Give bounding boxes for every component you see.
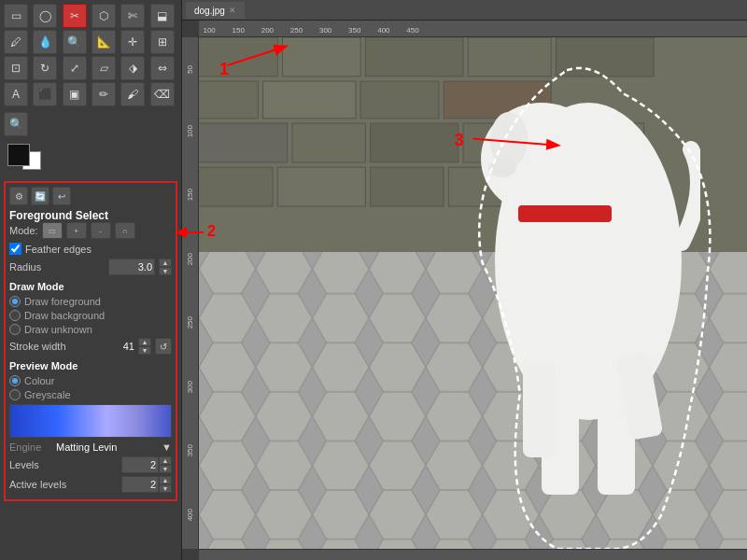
move-tool[interactable]: ✛ [120,30,145,54]
radius-up[interactable]: ▲ [159,259,172,267]
horizontal-scrollbar[interactable] [199,549,747,560]
draw-foreground-label: Draw foreground [24,296,101,307]
search-tool[interactable]: 🔍 [4,112,28,136]
foreground-select-tool[interactable]: ⬓ [150,4,175,28]
levels-down[interactable]: ▼ [159,465,172,473]
paths-tool[interactable]: 🖊 [4,30,28,54]
engine-row: Engine Matting Levin ▼ [9,441,172,453]
tab-close-btn[interactable]: ✕ [229,6,236,15]
canvas-content[interactable]: 1 3 [199,37,747,549]
svg-rect-30 [523,364,556,457]
draw-background-radio[interactable] [9,310,21,321]
scissors-tool[interactable]: ✄ [120,4,145,28]
bucket-fill-tool[interactable]: ⬛ [33,82,57,106]
colour-row: Colour [9,375,172,386]
svg-point-25 [490,112,528,168]
stroke-spinner: ▲ ▼ [138,338,151,355]
canvas-tab[interactable]: dog.jpg ✕ [186,2,245,19]
text-tool[interactable]: A [4,82,28,106]
svg-point-26 [488,159,516,177]
swatch-container [6,142,54,175]
svg-rect-7 [263,81,356,119]
greyscale-radio[interactable] [9,389,21,400]
active-levels-row: Active levels ▲ ▼ [9,476,172,493]
draw-foreground-row: Draw foreground [9,296,172,307]
active-levels-down[interactable]: ▼ [159,484,172,493]
paintbrush-tool[interactable]: 🖌 [120,82,145,106]
zoom-tool[interactable]: 🔍 [63,30,87,54]
engine-dropdown-arrow[interactable]: ▼ [162,441,172,453]
stroke-width-row: Stroke width 41 ▲ ▼ ↺ [9,338,172,355]
stroke-reset-btn[interactable]: ↺ [155,338,172,355]
canvas-inner: 100 150 200 250 300 350 400 450 50 100 1… [182,21,747,560]
svg-rect-11 [292,123,365,162]
mode-replace-btn[interactable]: ▭ [42,222,63,239]
ellipse-select-tool[interactable]: ◯ [33,4,57,28]
svg-rect-17 [371,167,444,206]
colour-radio[interactable] [9,375,21,386]
stroke-down[interactable]: ▼ [138,346,151,355]
options-icon2[interactable]: 🔄 [31,187,49,205]
tool-options-panel: ⚙ 🔄 ↩ Foreground Select Mode: ▭ + - ∩ Fe… [4,181,177,501]
options-icon1[interactable]: ⚙ [9,187,28,205]
svg-rect-4 [468,37,551,77]
engine-label: Engine [9,441,56,453]
rotate-tool[interactable]: ↻ [33,56,57,80]
levels-label: Levels [9,459,121,470]
align-tool[interactable]: ⊞ [150,30,175,54]
color-picker-tool[interactable]: 💧 [33,30,57,54]
stroke-width-label: Stroke width [9,341,103,352]
feather-edges-checkbox[interactable] [9,243,21,255]
svg-rect-3 [365,37,463,77]
perspective-tool[interactable]: ⬗ [120,56,145,80]
flip-tool[interactable]: ⇔ [150,56,175,80]
radius-label: Radius [9,261,105,273]
mode-add-btn[interactable]: + [66,222,87,239]
fuzzy-select-tool[interactable]: ⬡ [92,4,116,28]
options-icon3[interactable]: ↩ [52,187,71,205]
stroke-width-value: 41 [106,341,134,352]
greyscale-row: Greyscale [9,389,172,400]
tool-options-icons: ⚙ 🔄 ↩ [9,187,172,205]
svg-rect-15 [199,167,273,206]
crop-tool[interactable]: ⊡ [4,56,28,80]
measure-tool[interactable]: 📐 [92,30,116,54]
levels-input[interactable] [121,456,159,473]
svg-rect-8 [360,81,439,119]
main-layout: ▭ ◯ ✂ ⬡ ✄ ⬓ 🖊 💧 🔍 📐 ✛ ⊞ ⊡ ↻ ⤢ ▱ ⬗ ⇔ A ⬛ … [0,0,747,560]
active-levels-spinner: ▲ ▼ [159,476,172,493]
radius-row: Radius ▲ ▼ [9,259,172,275]
canvas-tab-label: dog.jpg [194,6,225,16]
draw-foreground-radio[interactable] [9,296,21,307]
levels-up[interactable]: ▲ [159,456,172,465]
radius-down[interactable]: ▼ [159,267,172,275]
radius-input[interactable] [108,259,155,275]
active-levels-input[interactable] [121,476,159,493]
svg-rect-5 [556,37,654,77]
colour-label: Colour [24,375,54,386]
svg-rect-12 [371,123,458,162]
free-select-tool[interactable]: ✂ [63,4,87,28]
mode-subtract-btn[interactable]: - [91,222,111,239]
dog-image: 1 3 [199,37,747,549]
rect-select-tool[interactable]: ▭ [4,4,28,28]
canvas-tabstrip: dog.jpg ✕ [182,0,747,21]
svg-rect-27 [518,205,612,222]
draw-mode-title: Draw Mode [9,281,172,292]
color-swatches-area [0,138,181,179]
mode-row: Mode: ▭ + - ∩ [9,222,172,239]
levels-row: Levels ▲ ▼ [9,456,172,473]
draw-unknown-row: Draw unknown [9,324,172,335]
blend-tool[interactable]: ▣ [63,82,87,106]
mode-intersect-btn[interactable]: ∩ [115,222,135,239]
stroke-up[interactable]: ▲ [138,338,151,346]
eraser-tool[interactable]: ⌫ [150,82,175,106]
draw-background-label: Draw background [24,310,105,321]
draw-unknown-label: Draw unknown [24,324,92,335]
foreground-color-swatch[interactable] [7,144,30,166]
active-levels-up[interactable]: ▲ [159,476,172,484]
shear-tool[interactable]: ▱ [92,56,116,80]
scale-tool[interactable]: ⤢ [63,56,87,80]
draw-unknown-radio[interactable] [9,324,21,335]
pencil-tool[interactable]: ✏ [92,82,116,106]
